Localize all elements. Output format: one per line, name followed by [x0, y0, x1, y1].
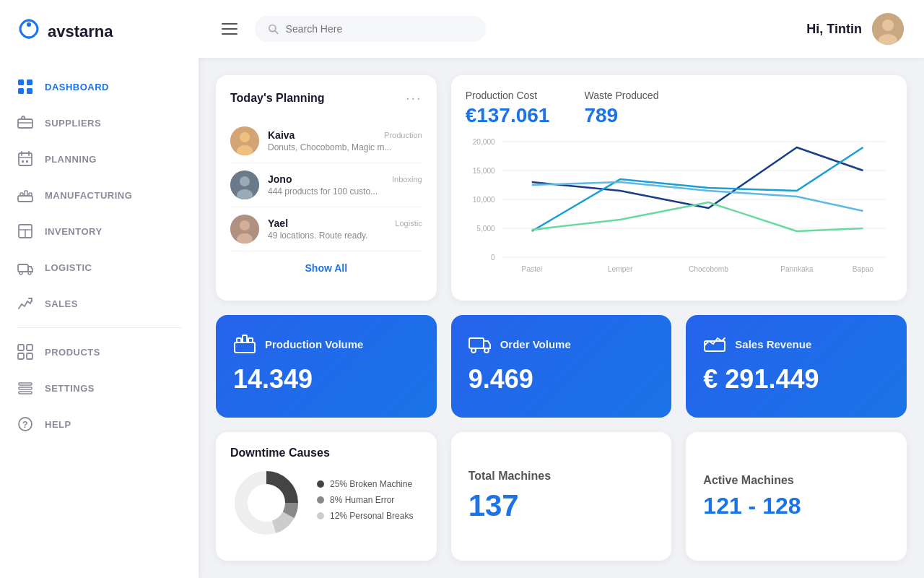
search-input[interactable] — [286, 23, 473, 35]
donut-legend: 25% Broken Machine 8% Human Error 12% Pe… — [317, 479, 413, 527]
sidebar-item-dashboard[interactable]: DASHBOARD — [0, 69, 199, 105]
main-area: Hi, Tintin Today's Planning ··· — [199, 0, 924, 578]
production-cost-value: €137.061 — [466, 104, 550, 127]
planning-icon — [17, 151, 33, 167]
person-name: Kaiva — [268, 129, 295, 141]
svg-point-38 — [240, 132, 250, 142]
svg-rect-23 — [18, 345, 24, 350]
svg-rect-11 — [22, 160, 24, 163]
sidebar-item-sales[interactable]: SALES — [0, 285, 199, 322]
svg-rect-2 — [27, 79, 32, 85]
svg-rect-5 — [18, 119, 32, 128]
svg-rect-12 — [26, 160, 28, 163]
sidebar-item-label: SALES — [45, 298, 78, 309]
show-all-row: Show All — [230, 262, 422, 275]
sidebar-item-manufacturing[interactable]: MANUFACTURING — [0, 177, 199, 213]
svg-text:Chocobomb: Chocobomb — [689, 265, 728, 273]
nav-divider — [17, 327, 181, 328]
factory-icon — [233, 331, 256, 357]
legend-item: 12% Personal Breaks — [317, 511, 413, 521]
svg-rect-16 — [29, 193, 32, 196]
planning-item: Kaiva Production Donuts, Chocobomb, Magi… — [230, 119, 422, 163]
svg-point-21 — [19, 272, 22, 275]
svg-rect-28 — [19, 387, 32, 389]
svg-rect-61 — [235, 342, 255, 353]
person-name: Jono — [268, 173, 292, 185]
svg-text:0: 0 — [491, 254, 495, 262]
svg-text:Lemper: Lemper — [608, 265, 633, 273]
svg-rect-26 — [27, 353, 32, 359]
planning-more-button[interactable]: ··· — [406, 90, 422, 106]
legend-item: 25% Broken Machine — [317, 479, 413, 489]
svg-point-35 — [882, 20, 894, 31]
active-machines-value: 121 - 128 — [703, 493, 889, 519]
svg-rect-7 — [19, 153, 32, 165]
greeting-text: Hi, Tintin — [806, 22, 862, 37]
svg-text:5,000: 5,000 — [476, 225, 495, 233]
sales-revenue-label: Sales Revenue — [735, 338, 811, 350]
person-name: Yael — [268, 217, 288, 229]
legend-dot — [317, 496, 324, 504]
person-role: Production — [384, 131, 422, 139]
suppliers-icon — [17, 115, 33, 131]
person-info: Yael Logistic 49 locations. Route ready. — [268, 217, 422, 241]
sidebar-item-help[interactable]: ? HELP — [0, 406, 199, 442]
svg-point-44 — [240, 220, 250, 230]
menu-button[interactable] — [219, 20, 240, 38]
svg-text:Bapao: Bapao — [852, 265, 873, 273]
line-chart-area: 20,000 15,000 10,000 5,000 0 Pastei Lemp… — [466, 134, 892, 279]
revenue-icon — [703, 331, 726, 357]
person-desc: Donuts, Chocobomb, Magic m... — [268, 142, 422, 152]
avatar — [872, 13, 904, 45]
nav-section-main: DASHBOARD SUPPLIERS — [0, 69, 199, 322]
sidebar-item-label: DASHBOARD — [45, 82, 109, 92]
sidebar-item-settings[interactable]: SETTINGS — [0, 370, 199, 406]
svg-rect-25 — [18, 353, 24, 359]
sidebar-item-logistic[interactable]: LOGISTIC — [0, 249, 199, 285]
svg-rect-20 — [18, 264, 28, 272]
svg-rect-13 — [18, 196, 32, 202]
production-cost-label: Production Cost — [466, 90, 550, 101]
svg-line-33 — [275, 31, 278, 34]
svg-rect-15 — [25, 191, 27, 196]
sidebar-item-inventory[interactable]: INVENTORY — [0, 213, 199, 249]
sidebar-item-planning[interactable]: PLANNING — [0, 141, 199, 177]
order-volume-label: Order Volume — [500, 338, 571, 350]
nav-section-secondary: PRODUCTS SETTINGS ? HELP — [0, 334, 199, 561]
donut-chart — [230, 467, 302, 539]
svg-text:20,000: 20,000 — [472, 138, 495, 146]
sidebar-item-products[interactable]: PRODUCTS — [0, 334, 199, 370]
person-desc: 49 locations. Route ready. — [268, 230, 422, 241]
inventory-icon — [17, 223, 33, 239]
svg-rect-3 — [18, 88, 24, 94]
header: Hi, Tintin — [199, 0, 924, 58]
show-all-button[interactable]: Show All — [305, 262, 348, 274]
order-volume-value: 9.469 — [468, 364, 655, 394]
sidebar-item-label: SETTINGS — [45, 383, 95, 394]
svg-point-22 — [28, 272, 31, 275]
search-bar — [255, 16, 486, 42]
svg-point-73 — [248, 485, 284, 521]
chart-card: Production Cost €137.061 Waste Produced … — [451, 75, 907, 301]
svg-point-0 — [27, 22, 31, 27]
legend-item: 8% Human Error — [317, 495, 413, 505]
waste-produced-metric: Waste Produced 789 — [584, 90, 658, 127]
settings-icon — [17, 380, 33, 396]
svg-rect-63 — [243, 335, 247, 342]
sidebar-item-label: PLANNING — [45, 154, 97, 165]
manufacturing-icon — [17, 187, 33, 203]
logistic-icon — [17, 259, 33, 275]
sales-icon — [17, 296, 33, 311]
waste-produced-value: 789 — [584, 104, 658, 127]
donut-section: 25% Broken Machine 8% Human Error 12% Pe… — [230, 467, 422, 539]
svg-rect-64 — [248, 338, 253, 342]
legend-label: 12% Personal Breaks — [330, 511, 413, 521]
svg-point-66 — [471, 348, 476, 353]
person-desc: 444 products for 100 custo... — [268, 186, 422, 197]
svg-text:10,000: 10,000 — [472, 196, 495, 204]
truck-icon — [468, 331, 492, 357]
search-icon — [268, 23, 279, 35]
svg-rect-24 — [27, 345, 32, 350]
total-machines-label: Total Machines — [468, 470, 655, 483]
sidebar-item-suppliers[interactable]: SUPPLIERS — [0, 105, 199, 141]
